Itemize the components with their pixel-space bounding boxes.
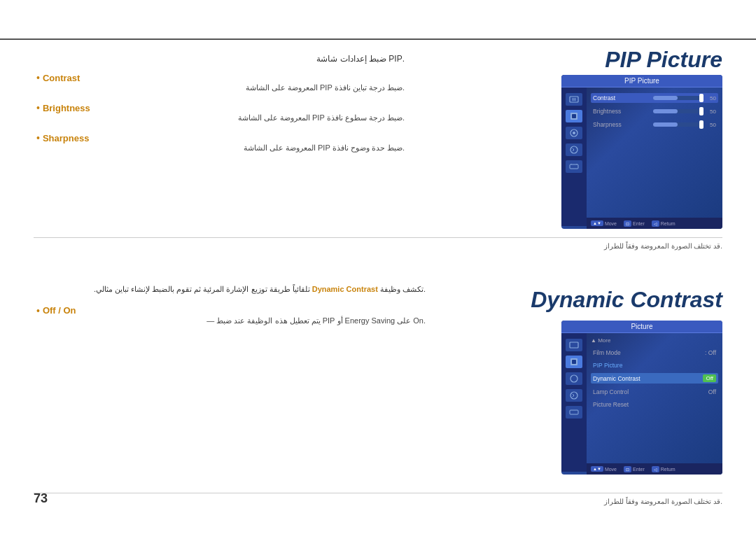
bullet-dot-sharpness: • [36,132,40,143]
dc-icon-1 [566,339,582,351]
pip-monitor-screenshot: PIP Picture [561,75,722,229]
dc-return-key: ◁ Return [652,466,676,472]
dc-off-on-desc: .On على Energy Saving أو PIP يتم تعطيل ه… [34,316,426,325]
dc-icon-3 [566,372,582,385]
svg-rect-8 [570,164,578,169]
dynamic-contrast-content: .تكشف وظيفة Dynamic Contrast تلقائياً طر… [34,283,426,334]
dc-main-area: ▲ More Film Mode : Off PIP Picture Dynam… [587,333,722,472]
dc-film-mode-value: : Off [705,349,716,356]
pip-picture-title: PIP Picture [605,47,722,73]
svg-rect-16 [570,410,578,414]
dc-monitor-title: Picture [561,321,722,333]
pip-brightness-row: Brightness 50 [591,106,718,116]
pip-icon-1 [566,93,582,106]
pip-picture-content: .PIP ضبط إعدادات شاشة Contrast • .ضبط در… [34,54,405,162]
dc-monitor-inner: ▲ More Film Mode : Off PIP Picture Dynam… [561,333,722,472]
pip-sharpness-slider [653,122,702,127]
pip-brightness-value: 50 [705,108,716,115]
dc-enter-key: ⊡ Enter [624,466,645,472]
dc-return-key-box: ◁ [652,466,659,472]
dc-pip-picture-label: PIP Picture [593,362,716,369]
dc-return-label: Return [661,467,676,472]
pip-brightness-label: Brightness [43,103,90,113]
pip-sidebar [561,87,587,226]
dc-film-mode-row: Film Mode : Off [591,348,718,358]
svg-rect-11 [570,342,578,348]
pip-sharpness-label: Sharpness [43,133,89,143]
dc-intro-text: .تكشف وظيفة [378,285,426,293]
pip-monitor-title: PIP Picture [561,75,722,87]
dc-sidebar [561,333,587,472]
pip-brightness-slider [653,109,702,113]
pip-enter-key: ⊡ Enter [624,220,645,227]
pip-brightness-item: Brightness • .ضبط درجة سطوع نافذة PIP ال… [34,102,405,122]
pip-contrast-slider [653,96,702,100]
pip-main-area: Contrast 50 Brightness 50 [587,87,722,226]
dc-icon-5 [566,406,582,419]
dc-film-mode-label: Film Mode [593,349,705,356]
pip-return-label: Return [661,221,676,226]
pip-brightness-desc: .ضبط درجة سطوع نافذة PIP المعروضة على ال… [34,113,405,122]
dc-enter-key-box: ⊡ [624,466,631,472]
dc-lamp-control-label: Lamp Control [593,388,708,395]
pip-bottom-bar: ▲▼ Move ⊡ Enter ◁ Return [587,218,722,229]
pip-note: .قد تختلف الصورة المعروضة وفقاً للطراز [34,237,722,250]
dynamic-contrast-section: Dynamic Contrast .تكشف وظيفة Dynamic Con… [0,273,756,511]
pip-icon-5 [566,160,582,173]
dc-bottom-bar: ▲▼ Move ⊡ Enter ◁ Return [587,463,722,475]
pip-sharpness-value: 50 [705,122,716,128]
pip-move-label: Move [605,221,617,226]
pip-sharpness-menu-label: Sharpness [593,121,650,128]
pip-contrast-label: Contrast [43,73,80,83]
pip-sharpness-row: Sharpness 50 [591,120,718,129]
dc-picture-reset-row: Picture Reset [591,400,718,409]
dc-note: .قد تختلف الصورة المعروضة وفقاً للطراز [34,493,722,505]
dynamic-contrast-title: Dynamic Contrast [531,287,722,313]
pip-contrast-item: Contrast • .ضبط درجة تباين نافذة PIP الم… [34,72,405,92]
pip-icon-2 [566,110,582,122]
pip-enter-key-box: ⊡ [624,220,631,227]
dc-lamp-control-value: Off [708,388,716,395]
dc-intro: .تكشف وظيفة Dynamic Contrast تلقائياً طر… [34,283,426,295]
pip-contrast-menu-label: Contrast [593,94,650,101]
dc-icon-4 [566,389,582,402]
bullet-dot-brightness: • [36,102,40,113]
pip-return-key: ◁ Return [652,220,676,227]
pip-contrast-desc: .ضبط درجة تباين نافذة PIP المعروضة على ا… [34,83,405,92]
svg-point-6 [573,132,575,134]
pip-brightness-menu-label: Brightness [593,108,650,115]
dc-move-key: ▲▼ Move [591,466,617,472]
dc-dynamic-contrast-value: Off [703,374,716,382]
dc-dynamic-contrast-menu-label: Dynamic Contrast [593,375,700,382]
pip-monitor-inner: Contrast 50 Brightness 50 [561,87,722,226]
pip-contrast-row: Contrast 50 [591,93,718,103]
dc-pip-picture-row: PIP Picture [591,360,718,370]
bullet-dot-offon: • [36,305,40,316]
dc-off-on-item: Off / On • .On على Energy Saving أو PIP … [34,305,426,325]
dc-picture-reset-label: Picture Reset [593,401,716,408]
pip-contrast-value: 50 [705,95,716,101]
svg-rect-4 [572,114,576,118]
dc-lamp-control-row: Lamp Control Off [591,387,718,397]
dc-off-on-label: Off / On [43,305,76,316]
pip-picture-section: PIP Picture .PIP ضبط إعدادات شاشة Contra… [0,38,756,255]
pip-move-key: ▲▼ Move [591,220,617,226]
pip-sharpness-item: Sharpness • .ضبط حدة وضوح نافذة PIP المع… [34,132,405,153]
pip-sharpness-desc: .ضبط حدة وضوح نافذة PIP المعروضة على الش… [34,143,405,153]
pip-icon-4 [566,143,582,156]
bullet-dot-contrast: • [36,72,40,83]
dc-dynamic-contrast-row: Dynamic Contrast Off [591,373,718,384]
dc-intro-bold: Dynamic Contrast [312,285,378,293]
dc-icon-2 [566,356,582,368]
svg-rect-13 [572,360,576,364]
pip-icon-3 [566,127,582,139]
pip-enter-label: Enter [633,221,645,226]
dc-more-label: ▲ More [591,337,718,344]
svg-point-14 [570,375,578,382]
pip-intro: .PIP ضبط إعدادات شاشة [34,54,405,64]
dc-intro-text2: تلقائياً طريقة توزيع الإشارة المرئية ثم … [94,285,312,293]
dc-monitor-screenshot: Picture [561,321,722,475]
dc-enter-label: Enter [633,467,645,472]
dc-move-label: Move [605,467,617,472]
pip-move-key-box: ▲▼ [591,220,603,226]
